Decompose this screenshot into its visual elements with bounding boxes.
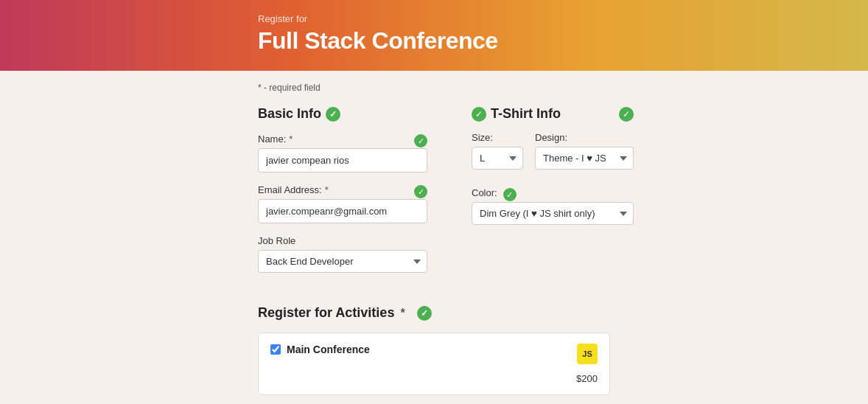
name-label: Name: *: [258, 133, 293, 144]
name-field-group: Name: * ✓: [258, 133, 427, 173]
activities-title-row: Register for Activities * ✓: [258, 305, 610, 321]
job-role-select[interactable]: Back End Developer Front End Developer F…: [258, 250, 427, 273]
job-role-field-group: Job Role Back End Developer Front End De…: [258, 235, 427, 273]
main-conference-card: Main Conference JS $200: [258, 332, 610, 395]
activities-section: Register for Activities * ✓ Main Confere…: [258, 305, 610, 404]
design-select[interactable]: Theme - I ♥ JS Theme - I ♥ React Theme -…: [535, 147, 634, 170]
tshirt-info-section: ✓ T-Shirt Info ✓ Size: XS S M L XL XXL: [472, 106, 634, 225]
email-field-group: Email Address: * ✓: [258, 184, 427, 223]
basic-info-check-icon: ✓: [326, 107, 340, 122]
basic-info-section: Basic Info ✓ Name: * ✓ Email Addr: [258, 106, 427, 285]
main-conference-name: Main Conference: [287, 344, 370, 355]
required-note: * - required field: [258, 83, 610, 93]
basic-info-label: Basic Info: [258, 106, 321, 122]
color-check-icon: ✓: [503, 188, 517, 201]
color-field-group: Color: ✓ Dim Grey (I ♥ JS shirt only) Bl…: [472, 187, 634, 225]
main-conference-header: Main Conference: [270, 344, 370, 355]
main-conference-price: $200: [576, 373, 598, 384]
basic-info-title: Basic Info ✓: [258, 106, 427, 122]
tshirt-title-row: ✓ T-Shirt Info ✓: [472, 106, 634, 122]
size-design-row: Size: XS S M L XL XXL Design: Theme - I …: [472, 132, 634, 181]
email-check-icon: ✓: [414, 185, 427, 198]
size-select[interactable]: XS S M L XL XXL: [472, 147, 523, 170]
design-label: Design:: [535, 132, 634, 143]
design-field-group: Design: Theme - I ♥ JS Theme - I ♥ React…: [535, 132, 634, 170]
activities-check-icon: ✓: [417, 306, 432, 321]
email-label: Email Address: *: [258, 184, 329, 195]
page-title: Full Stack Conference: [258, 27, 610, 55]
tshirt-design-check-icon: ✓: [619, 107, 634, 122]
page-header: Register for Full Stack Conference: [0, 0, 868, 71]
tshirt-size-check-icon: ✓: [472, 107, 486, 122]
main-conference-checkbox[interactable]: [270, 344, 281, 355]
page-content: * - required field Basic Info ✓ Name: * …: [0, 71, 868, 404]
activities-label: Register for Activities: [258, 305, 394, 321]
main-form-row: Basic Info ✓ Name: * ✓ Email Addr: [258, 106, 610, 285]
color-select[interactable]: Dim Grey (I ♥ JS shirt only) Black White…: [472, 202, 634, 225]
name-check-icon: ✓: [414, 134, 427, 147]
main-conference-badge: JS: [577, 344, 598, 364]
name-input[interactable]: [258, 148, 427, 173]
size-field-group: Size: XS S M L XL XXL: [472, 132, 523, 170]
job-role-label: Job Role: [258, 235, 427, 246]
color-label: Color:: [472, 187, 497, 198]
size-label: Size:: [472, 132, 523, 143]
email-input[interactable]: [258, 199, 427, 223]
tshirt-info-label: T-Shirt Info: [491, 106, 561, 122]
register-for-label: Register for: [258, 13, 610, 24]
